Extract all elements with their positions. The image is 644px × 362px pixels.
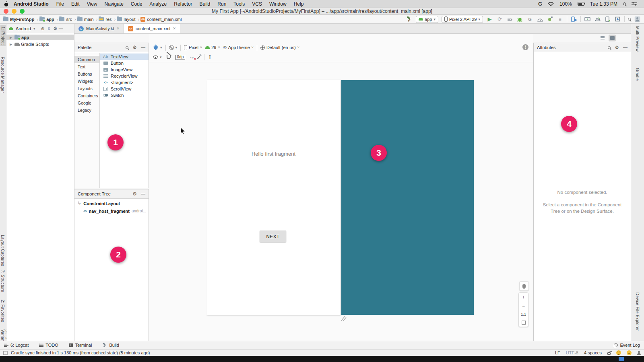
breadcrumb-file[interactable]: <>content_main.xml bbox=[140, 17, 182, 22]
expand-arrow-icon[interactable]: ▶ bbox=[10, 36, 13, 39]
menu-help[interactable]: Help bbox=[294, 1, 304, 7]
default-margin-selector[interactable]: 0dp bbox=[175, 55, 186, 60]
infer-constraints-icon[interactable] bbox=[198, 55, 199, 60]
battery-icon[interactable] bbox=[578, 2, 584, 6]
palette-category-common[interactable]: Common bbox=[74, 56, 99, 63]
indent-indicator[interactable]: 4 spaces bbox=[584, 350, 602, 355]
menu-edit[interactable]: Edit bbox=[71, 1, 80, 7]
component-nav-host-fragment[interactable]: <> nav_host_fragment androi... bbox=[74, 208, 149, 214]
toolwindow-build[interactable]: Build bbox=[102, 343, 119, 348]
hello-fragment-text[interactable]: Hello first fragment bbox=[206, 151, 341, 157]
palette-item-textview[interactable]: AbTextView bbox=[100, 53, 149, 60]
menu-code[interactable]: Code bbox=[131, 1, 142, 7]
search-icon[interactable] bbox=[608, 46, 611, 49]
component-constraintlayout[interactable]: ↳ ConstraintLayout bbox=[74, 200, 149, 206]
attach-profiler-icon[interactable] bbox=[547, 16, 553, 23]
gear-icon[interactable]: ⚙ bbox=[615, 45, 619, 50]
event-log-button[interactable]: Event Log bbox=[614, 343, 640, 348]
run-button[interactable]: ▶ bbox=[486, 16, 493, 23]
hide-panel-icon[interactable]: — bbox=[59, 26, 63, 31]
gear-icon[interactable]: ⚙ bbox=[132, 191, 137, 196]
pack-align-selector[interactable]: Ī bbox=[209, 55, 211, 60]
menubar-app-name[interactable]: Android Studio bbox=[14, 1, 49, 7]
toolwindow-switcher-icon[interactable] bbox=[3, 351, 8, 355]
breadcrumb-layout[interactable]: layout bbox=[117, 17, 135, 22]
locale-selector[interactable]: Default (en-us)˅ bbox=[260, 45, 299, 50]
menu-refactor[interactable]: Refactor bbox=[174, 1, 192, 7]
code-view-icon[interactable] bbox=[599, 35, 606, 41]
gear-icon[interactable]: ⚙ bbox=[132, 45, 137, 50]
control-center-icon[interactable] bbox=[632, 2, 637, 6]
zoom-out-button[interactable]: − bbox=[522, 304, 525, 309]
tab-mainactivity[interactable]: C MainActivity.kt ✕ bbox=[74, 24, 124, 33]
menu-analyze[interactable]: Analyze bbox=[150, 1, 167, 7]
zoom-to-fit-button[interactable] bbox=[522, 321, 526, 325]
avatar-icon[interactable] bbox=[634, 16, 641, 23]
palette-item-fragment[interactable]: <><fragment> bbox=[100, 79, 149, 86]
close-icon[interactable]: ✕ bbox=[116, 27, 120, 31]
blueprint-preview[interactable] bbox=[341, 80, 474, 315]
apple-icon[interactable] bbox=[4, 1, 9, 7]
toolwindow-todo[interactable]: TODO bbox=[39, 343, 58, 348]
design-surface[interactable]: ▾ ▾ Pixel˅ 29˅ ©AppTheme˅ Default (en-us… bbox=[149, 34, 533, 341]
status-message[interactable]: Gradle sync finished in 1 s 130 ms (from… bbox=[11, 350, 150, 355]
toolwindow-resource-manager[interactable]: Resource Manager bbox=[0, 57, 5, 93]
design-view-icon[interactable] bbox=[609, 35, 616, 41]
palette-item-scrollview[interactable]: ScrollView bbox=[100, 86, 149, 92]
collapse-all-icon[interactable]: ⇳ bbox=[47, 26, 51, 31]
sad-feedback-icon[interactable] bbox=[627, 350, 632, 355]
palette-item-button[interactable]: Button bbox=[100, 60, 149, 66]
menu-file[interactable]: File bbox=[56, 1, 64, 7]
toolwindow-layout-captures[interactable]: Layout Captures bbox=[0, 235, 5, 266]
toolwindow-favorites[interactable]: 2: Favorites bbox=[0, 300, 5, 322]
palette-item-switch[interactable]: Switch bbox=[100, 92, 149, 99]
apply-code-changes-icon[interactable] bbox=[506, 16, 513, 23]
toolwindow-device-file-explorer[interactable]: Device File Explorer bbox=[635, 292, 640, 331]
search-icon[interactable] bbox=[126, 46, 128, 49]
stop-icon[interactable]: ■ bbox=[557, 16, 564, 23]
clear-constraints-icon[interactable]: ⤳ bbox=[190, 55, 194, 60]
palette-category-layouts[interactable]: Layouts bbox=[74, 85, 99, 92]
menu-vcs[interactable]: VCS bbox=[252, 1, 262, 7]
hide-panel-icon[interactable]: — bbox=[623, 45, 627, 50]
wifi-icon[interactable] bbox=[548, 2, 554, 6]
warning-indicator-icon[interactable]: ! bbox=[522, 44, 528, 50]
design-blueprint-selector[interactable]: ▾ bbox=[153, 45, 162, 50]
zoom-in-button[interactable]: + bbox=[522, 295, 525, 300]
palette-category-legacy[interactable]: Legacy bbox=[74, 107, 99, 114]
device-file-explorer-toolbar-icon[interactable] bbox=[604, 16, 611, 23]
build-hammer-icon[interactable] bbox=[406, 16, 413, 23]
project-tree-gradle-scripts[interactable]: ▶ Gradle Scripts bbox=[6, 41, 74, 47]
palette-category-text[interactable]: Text bbox=[74, 63, 99, 70]
google-menu-icon[interactable]: G bbox=[538, 1, 542, 7]
attach-debugger-icon[interactable]: G bbox=[526, 16, 533, 23]
encoding-indicator[interactable]: UTF-8 bbox=[566, 350, 578, 355]
layout-inspector-icon[interactable] bbox=[594, 16, 601, 23]
gear-icon[interactable]: ⚙ bbox=[53, 26, 58, 31]
toolwindow-project[interactable]: 1: Project bbox=[0, 25, 6, 46]
zoom-ratio-button[interactable]: 1:1 bbox=[521, 313, 526, 317]
palette-category-widgets[interactable]: Widgets bbox=[74, 78, 99, 85]
toolwindow-logcat[interactable]: 6: Logcat bbox=[4, 343, 29, 348]
hide-panel-icon[interactable]: — bbox=[141, 191, 145, 196]
close-icon[interactable]: ✕ bbox=[173, 27, 176, 31]
pan-tool-button[interactable] bbox=[519, 281, 529, 291]
palette-category-buttons[interactable]: Buttons bbox=[74, 70, 99, 78]
menu-navigate[interactable]: Navigate bbox=[104, 1, 123, 7]
breadcrumb-src[interactable]: src bbox=[59, 17, 72, 22]
readonly-lock-icon[interactable] bbox=[607, 352, 611, 355]
debug-icon[interactable] bbox=[516, 16, 523, 23]
run-config-dropdown[interactable]: app▾ bbox=[416, 16, 438, 23]
user-presence-icon[interactable] bbox=[637, 353, 641, 355]
orientation-selector[interactable]: ▾ bbox=[169, 45, 178, 50]
breadcrumb-res[interactable]: res bbox=[99, 17, 111, 22]
locate-file-icon[interactable]: ⊕ bbox=[41, 26, 44, 31]
next-button[interactable]: NEXT bbox=[260, 230, 286, 242]
running-devices-icon[interactable] bbox=[584, 16, 591, 23]
api-selector[interactable]: 29˅ bbox=[205, 45, 220, 50]
tab-content-main[interactable]: <> content_main.xml ✕ bbox=[124, 24, 180, 33]
happy-feedback-icon[interactable] bbox=[616, 350, 621, 355]
menu-run[interactable]: Run bbox=[217, 1, 226, 7]
device-manager-icon[interactable] bbox=[570, 16, 577, 23]
breadcrumb-project[interactable]: MyFirstApp bbox=[3, 17, 35, 22]
